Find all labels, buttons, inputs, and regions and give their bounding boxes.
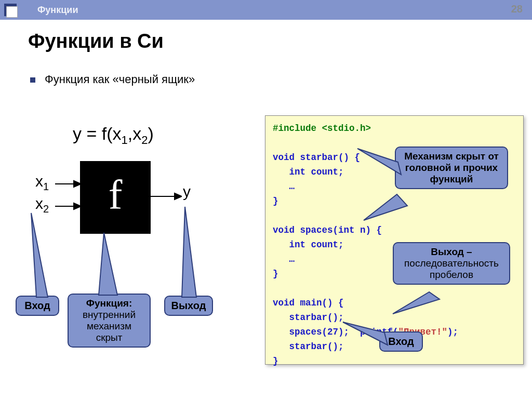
formula: y = f(x1,x2) <box>73 124 154 147</box>
arrow-x1-icon <box>55 180 81 188</box>
svg-marker-8 <box>182 207 196 297</box>
svg-marker-6 <box>31 213 48 297</box>
arrow-y-icon <box>151 192 182 201</box>
callout-output: Выход <box>164 296 213 316</box>
arrow-x2-icon <box>55 202 81 210</box>
callout-input: Вход <box>16 296 59 316</box>
callout-mechanism: Механизм скрыт от головной и прочих функ… <box>395 147 508 189</box>
y-label: y <box>183 183 191 201</box>
svg-marker-7 <box>99 233 117 295</box>
section-label: Функции <box>37 5 78 16</box>
black-box: f <box>80 161 151 234</box>
callout-input-2: Вход <box>379 331 423 352</box>
header-logo-overlay-icon <box>6 6 18 18</box>
callout-function: Функция:внутренний механизм скрыт <box>68 294 151 348</box>
x2-label: x2 <box>35 195 49 215</box>
svg-marker-5 <box>175 193 182 200</box>
callout-sequence: Выход –последовательность пробелов <box>393 242 510 285</box>
slide-header: Функции <box>0 0 532 20</box>
slide-title: Функции в Си <box>28 30 164 52</box>
x1-label: x1 <box>35 172 49 193</box>
page-number: 28 <box>511 3 523 15</box>
bullet-text: Функция как «черный ящик» <box>30 73 195 86</box>
